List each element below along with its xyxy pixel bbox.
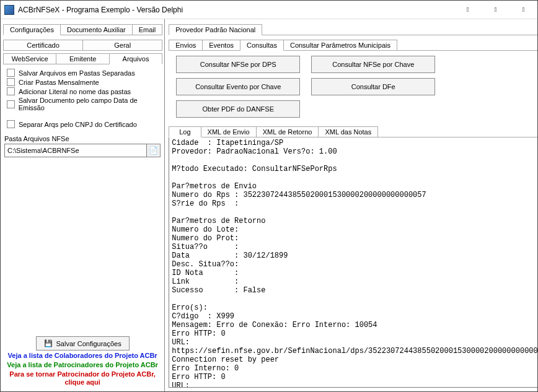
checkbox-icon — [7, 100, 15, 108]
tab-geral[interactable]: Geral — [82, 40, 162, 51]
tab-provedor[interactable]: Provedor Padrão Nacional — [169, 24, 262, 35]
left-tabs-row1: Configurações Documento Auxiliar Email — [3, 22, 162, 35]
log-area: Log XML de Envio XML de Retorno XML das … — [169, 124, 537, 388]
chk-label: Salvar Arquivos em Pastas Separadas — [19, 69, 135, 77]
action-row-3: Obter PDF do DANFSE — [176, 100, 537, 118]
checkbox-icon — [7, 78, 15, 86]
tab-parametros-municipais[interactable]: Consultar Parâmetros Municipais — [283, 40, 397, 51]
tab-xml-notas[interactable]: XML das Notas — [318, 126, 378, 137]
tab-webservice[interactable]: WebService — [3, 53, 56, 64]
tab-eventos[interactable]: Eventos — [202, 40, 240, 51]
provider-tabstrip: Provedor Padrão Nacional — [169, 22, 537, 35]
titlebar: ACBrNFSeX - Programa Exemplo - Versão De… — [1, 1, 537, 19]
save-icon: 💾 — [44, 339, 53, 347]
tab-envios[interactable]: Envios — [169, 40, 203, 51]
btn-consultar-nfse-chave[interactable]: Consultar NFSe por Chave — [311, 56, 435, 73]
pasta-label: Pasta Arquivos NFSe — [4, 135, 161, 142]
chk-data-emissao[interactable]: Salvar Documento pelo campo Data de Emis… — [4, 97, 161, 111]
close-button[interactable]:  — [509, 1, 537, 19]
checkbox-icon — [7, 120, 15, 128]
pasta-row: 📄 — [4, 144, 161, 157]
left-tabs-row3: WebService Emitente Arquivos — [3, 51, 162, 64]
save-config-button[interactable]: 💾 Salvar Configurações — [36, 336, 130, 351]
arquivos-panel: Salvar Arquivos em Pastas Separadas Cria… — [3, 64, 162, 389]
link-tornar-patrocinador[interactable]: Para se tornar Patrocinador do Projeto A… — [9, 370, 156, 386]
minimize-button[interactable]:  — [454, 1, 482, 19]
chk-pastas-mensalmente[interactable]: Criar Pastas Mensalmente — [4, 78, 161, 86]
tab-consultas[interactable]: Consultas — [240, 40, 284, 51]
tab-log[interactable]: Log — [169, 126, 201, 137]
chk-label: Criar Pastas Mensalmente — [19, 79, 99, 86]
link-patrocinadores[interactable]: Veja a lista de Patrocinadores do Projet… — [7, 361, 158, 369]
chk-label: Adicionar Literal no nome das pastas — [19, 88, 131, 95]
chk-label: Salvar Documento pelo campo Data de Emis… — [19, 97, 161, 111]
window-title: ACBrNFSeX - Programa Exemplo - Versão De… — [18, 6, 454, 14]
left-pane: Configurações Documento Auxiliar Email C… — [1, 19, 165, 391]
log-memo[interactable]: Cidade : Itapetininga/SP Provedor: Padra… — [169, 137, 537, 388]
chk-label: Separar Arqs pelo CNPJ do Certificado — [19, 121, 137, 128]
provider-subtabs: Envios Eventos Consultas Consultar Parâm… — [169, 37, 537, 51]
btn-consultar-dfe[interactable]: Consultar DFe — [311, 78, 435, 95]
btn-consultar-evento-chave[interactable]: Consultar Evento por Chave — [176, 78, 300, 95]
tab-doc-auxiliar[interactable]: Documento Auxiliar — [60, 24, 133, 35]
tab-arquivos[interactable]: Arquivos — [109, 53, 162, 64]
tab-certificado[interactable]: Certificado — [3, 40, 83, 51]
body: Configurações Documento Auxiliar Email C… — [1, 19, 537, 391]
app-icon — [4, 5, 14, 15]
tab-xml-envio[interactable]: XML de Envio — [201, 126, 257, 137]
btn-consultar-nfse-dps[interactable]: Consultar NFSe por DPS — [176, 56, 300, 73]
btn-obter-pdf-danfse[interactable]: Obter PDF do DANFSE — [176, 100, 300, 118]
save-label: Salvar Configurações — [56, 340, 121, 347]
folder-open-icon: 📄 — [149, 146, 158, 155]
checkbox-icon — [7, 69, 15, 77]
main-window: ACBrNFSeX - Programa Exemplo - Versão De… — [0, 0, 538, 392]
action-row-2: Consultar Evento por Chave Consultar DFe — [176, 78, 537, 95]
pasta-input[interactable] — [4, 144, 147, 157]
tab-email[interactable]: Email — [132, 24, 163, 35]
left-footer: 💾 Salvar Configurações Veja a lista de C… — [4, 334, 161, 388]
pasta-browse-button[interactable]: 📄 — [147, 144, 161, 157]
checkbox-icon — [7, 87, 15, 95]
log-tabs: Log XML de Envio XML de Retorno XML das … — [169, 124, 537, 137]
chk-pastas-separadas[interactable]: Salvar Arquivos em Pastas Separadas — [4, 69, 161, 77]
maximize-button[interactable]:  — [482, 1, 509, 19]
action-row-1: Consultar NFSe por DPS Consultar NFSe po… — [176, 56, 537, 73]
tab-xml-retorno[interactable]: XML de Retorno — [256, 126, 319, 137]
right-pane: Provedor Padrão Nacional Envios Eventos … — [165, 19, 537, 391]
chk-separar-cnpj[interactable]: Separar Arqs pelo CNPJ do Certificado — [4, 120, 161, 128]
link-colaboradores[interactable]: Veja a lista de Colaboradores do Projeto… — [8, 352, 157, 360]
left-tabs-row2: Certificado Geral — [3, 37, 162, 51]
tab-emitente[interactable]: Emitente — [56, 53, 109, 64]
chk-adicionar-literal[interactable]: Adicionar Literal no nome das pastas — [4, 87, 161, 95]
tab-configuracoes[interactable]: Configurações — [3, 24, 61, 35]
